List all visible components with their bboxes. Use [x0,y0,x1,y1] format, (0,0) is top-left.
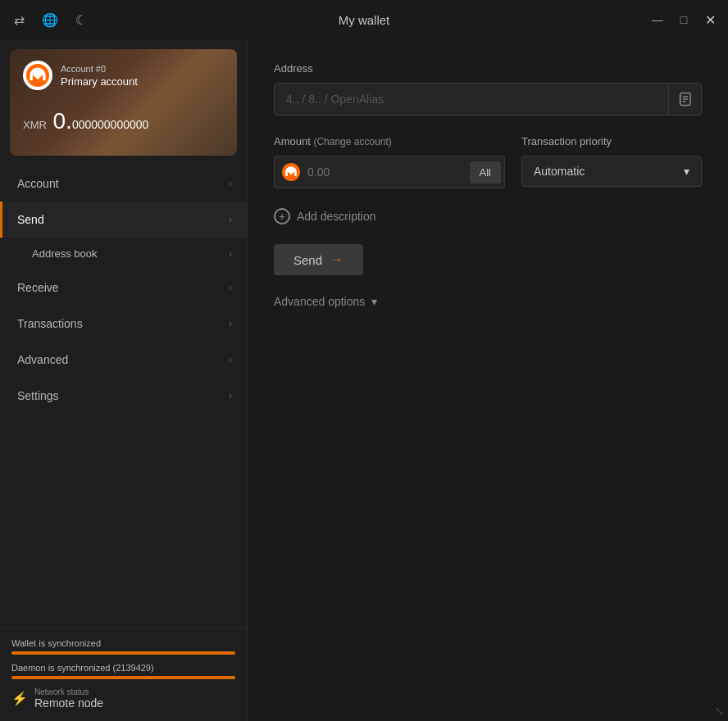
account-name-block: Account #0 Primary account [61,64,138,88]
sidebar-item-transactions[interactable]: Transactions › [0,306,247,342]
daemon-sync-label: Daemon is synchronized (2139429) [11,663,235,673]
change-account-link[interactable]: (Change account) [313,136,391,147]
sidebar-item-send[interactable]: Send › [0,202,247,238]
amount-input-wrap: All [274,156,505,188]
amount-block: Amount (Change account) All [274,135,505,188]
sidebar-item-account[interactable]: Account › [0,166,247,202]
add-description-label: Add description [297,210,376,223]
monero-logo [23,61,52,90]
main-layout: Account #0 Primary account XMR 0.0000000… [0,39,728,721]
currency-label: XMR [23,119,47,131]
moon-icon[interactable]: ☾ [72,11,90,29]
sidebar: Account #0 Primary account XMR 0.0000000… [0,39,248,721]
all-button[interactable]: All [470,161,501,184]
amount-priority-row: Amount (Change account) All Transaction … [274,135,702,188]
advanced-chevron-icon: ▾ [371,295,377,308]
sidebar-item-settings[interactable]: Settings › [0,378,247,414]
network-status: ⚡ Network status Remote node [11,687,235,710]
maximize-button[interactable]: □ [676,11,692,28]
titlebar: ⇄ 🌐 ☾ My wallet — □ ✕ [0,0,728,39]
dropdown-chevron-icon: ▾ [684,165,689,178]
titlebar-left: ⇄ 🌐 ☾ [10,11,90,29]
address-book-button[interactable] [668,84,701,115]
address-input-wrap [274,83,702,116]
send-button-label: Send [293,253,322,267]
account-balance: XMR 0.000000000000 [23,108,224,134]
advanced-options-label: Advanced options [274,295,365,308]
chevron-icon: › [229,282,232,293]
balance-large: 0. [53,108,72,134]
network-text: Network status Remote node [34,687,103,710]
sidebar-item-settings-label: Settings [17,389,59,402]
network-status-label: Network status [34,687,103,696]
sidebar-item-transactions-label: Transactions [17,317,83,330]
minimize-button[interactable]: — [649,11,666,28]
account-number: Account #0 [61,64,138,74]
monero-icon-small [275,156,301,188]
window-title: My wallet [339,13,390,27]
transfer-icon[interactable]: ⇄ [10,11,28,29]
address-input[interactable] [275,84,668,114]
chevron-icon: › [229,248,232,260]
send-arrow-icon: → [330,252,344,267]
priority-select[interactable]: Automatic ▾ [521,156,702,187]
send-button[interactable]: Send → [274,244,363,275]
main-content: Address Amount (Change account) [248,39,728,721]
priority-label: Transaction priority [521,135,702,147]
bolt-icon: ⚡ [11,691,28,706]
add-description-icon: + [274,208,290,224]
sidebar-item-address-book[interactable]: Address book › [0,238,247,270]
account-name: Primary account [61,75,138,88]
sidebar-item-advanced[interactable]: Advanced › [0,342,247,378]
sidebar-item-receive[interactable]: Receive › [0,270,247,306]
sidebar-item-advanced-label: Advanced [17,353,68,366]
sidebar-item-receive-label: Receive [17,281,59,294]
titlebar-controls: — □ ✕ [649,11,718,28]
chevron-icon: › [229,318,232,329]
add-description[interactable]: + Add description [274,208,702,224]
wallet-sync-fill [11,651,235,655]
daemon-sync-bar [11,676,235,679]
sidebar-item-address-book-label: Address book [32,247,98,260]
chevron-icon: › [229,390,232,401]
advanced-options[interactable]: Advanced options ▾ [274,295,702,308]
globe-icon[interactable]: 🌐 [41,11,59,29]
amount-input[interactable] [301,157,466,187]
amount-label: Amount (Change account) [274,135,505,147]
priority-block: Transaction priority Automatic ▾ [521,135,702,187]
nav-list: Account › Send › Address book › Receive … [0,166,247,628]
account-card: Account #0 Primary account XMR 0.0000000… [10,49,237,156]
chevron-icon: › [229,354,232,365]
chevron-icon: › [229,214,232,225]
sidebar-item-account-label: Account [17,177,59,190]
account-card-top: Account #0 Primary account [23,61,224,90]
network-status-value: Remote node [34,696,103,710]
close-button[interactable]: ✕ [702,11,718,28]
chevron-icon: › [229,178,232,189]
sidebar-bottom: Wallet is synchronized Daemon is synchro… [0,628,247,721]
resize-handle[interactable]: ⤡ [715,705,725,718]
wallet-sync-label: Wallet is synchronized [11,638,235,648]
wallet-sync-bar [11,651,235,655]
sidebar-item-send-label: Send [17,213,44,226]
balance-small: 000000000000 [72,118,148,131]
daemon-sync-fill [11,676,235,679]
priority-value: Automatic [534,165,585,178]
address-label: Address [274,62,702,75]
